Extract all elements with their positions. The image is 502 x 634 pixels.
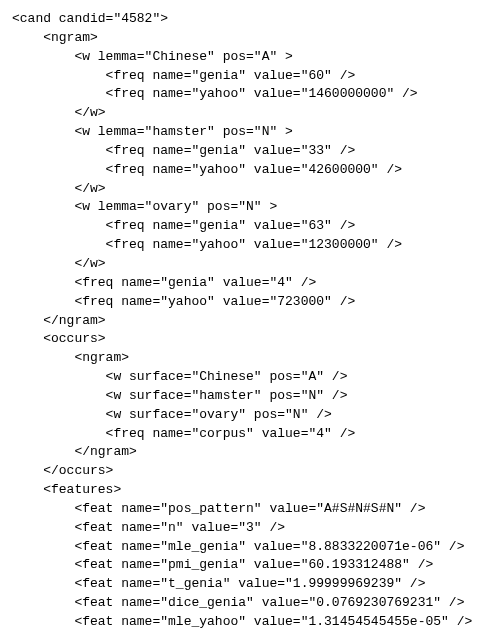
code-line: <freq name="genia" value="60" /> [12,67,490,86]
code-line: <feat name="t_genia" value="1.9999996923… [12,575,490,594]
code-line: <ngram> [12,349,490,368]
code-line: <ngram> [12,29,490,48]
code-line: </ngram> [12,443,490,462]
code-line: <occurs> [12,330,490,349]
code-line: <freq name="genia" value="63" /> [12,217,490,236]
code-line: <freq name="corpus" value="4" /> [12,425,490,444]
code-line: <w lemma="hamster" pos="N" > [12,123,490,142]
code-line: <freq name="yahoo" value="723000" /> [12,293,490,312]
xml-snippet: <cand candid="4582"> <ngram> <w lemma="C… [12,10,490,634]
code-line: </w> [12,104,490,123]
code-line: <w surface="Chinese" pos="A" /> [12,368,490,387]
code-line: </ngram> [12,312,490,331]
code-line: <w surface="ovary" pos="N" /> [12,406,490,425]
code-line: <w surface="hamster" pos="N" /> [12,387,490,406]
code-line: </w> [12,180,490,199]
code-line: <freq name="yahoo" value="1460000000" /> [12,85,490,104]
code-line: <feat name="n" value="3" /> [12,519,490,538]
code-line: <feat name="dice_genia" value="0.0769230… [12,594,490,613]
code-line: <feat name="mle_yahoo" value="1.31454545… [12,613,490,632]
code-line: <feat name="mle_genia" value="8.88332200… [12,538,490,557]
code-line: <freq name="yahoo" value="42600000" /> [12,161,490,180]
code-line: <freq name="genia" value="4" /> [12,274,490,293]
code-line: <w lemma="ovary" pos="N" > [12,198,490,217]
code-line: <w lemma="Chinese" pos="A" > [12,48,490,67]
code-line: </occurs> [12,462,490,481]
code-line: <feat name="pmi_genia" value="60.1933124… [12,556,490,575]
code-line: </w> [12,255,490,274]
code-line: <freq name="genia" value="33" /> [12,142,490,161]
code-line: <features> [12,481,490,500]
code-line: <freq name="yahoo" value="12300000" /> [12,236,490,255]
code-line: <cand candid="4582"> [12,10,490,29]
code-line: <feat name="pos_pattern" value="A#S#N#S#… [12,500,490,519]
